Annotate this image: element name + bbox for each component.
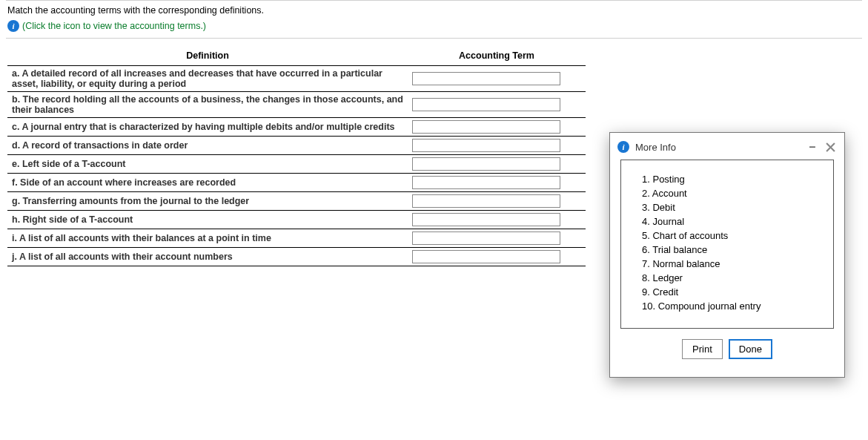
list-item: 1. Posting <box>642 172 812 186</box>
term-input-c[interactable] <box>412 120 560 134</box>
table-row: i. A list of all accounts with their bal… <box>7 229 586 248</box>
term-input-d[interactable] <box>412 139 560 152</box>
table-row: g. Transferring amounts from the journal… <box>7 192 586 211</box>
definition-cell: f. Side of an account where increases ar… <box>7 174 408 192</box>
terms-list: 1. Posting 2. Account 3. Debit 4. Journa… <box>642 172 812 266</box>
table-row: f. Side of an account where increases ar… <box>7 174 586 192</box>
matching-table: Definition Accounting Term a. A detailed… <box>7 47 586 266</box>
close-icon <box>826 142 835 152</box>
definition-cell: j. A list of all accounts with their acc… <box>7 248 408 266</box>
more-info-modal: i More Info – 1. Posting 2. Account 3. D… <box>609 132 845 266</box>
col-header-term: Accounting Term <box>408 47 586 66</box>
term-input-b[interactable] <box>412 98 560 111</box>
term-input-i[interactable] <box>412 232 560 245</box>
list-item: 6. Trial balance <box>642 243 812 257</box>
definition-cell: i. A list of all accounts with their bal… <box>7 229 408 248</box>
definition-cell: a. A detailed record of all increases an… <box>7 66 408 92</box>
term-input-e[interactable] <box>412 157 560 171</box>
list-item: 5. Chart of accounts <box>642 229 812 243</box>
table-row: j. A list of all accounts with their acc… <box>7 248 586 266</box>
definition-cell: g. Transferring amounts from the journal… <box>7 192 408 211</box>
definition-cell: e. Left side of a T-account <box>7 155 408 174</box>
term-input-g[interactable] <box>412 194 560 208</box>
term-input-h[interactable] <box>412 213 560 226</box>
list-item: 7. Normal balance <box>642 257 812 266</box>
definition-cell: d. A record of transactions in date orde… <box>7 137 408 155</box>
definition-cell: h. Right side of a T-account <box>7 211 408 229</box>
list-item: 3. Debit <box>642 200 812 214</box>
table-row: e. Left side of a T-account <box>7 155 586 174</box>
table-row: d. A record of transactions in date orde… <box>7 137 586 155</box>
definition-cell: b. The record holding all the accounts o… <box>7 92 408 118</box>
list-item: 4. Journal <box>642 214 812 229</box>
definition-cell: c. A journal entry that is characterized… <box>7 118 408 137</box>
table-row: a. A detailed record of all increases an… <box>7 66 586 92</box>
table-row: b. The record holding all the accounts o… <box>7 92 586 118</box>
col-header-definition: Definition <box>7 47 408 66</box>
term-input-j[interactable] <box>412 250 560 263</box>
info-icon[interactable]: i <box>7 20 19 32</box>
term-input-f[interactable] <box>412 176 560 189</box>
close-button[interactable] <box>824 140 837 154</box>
table-row: h. Right side of a T-account <box>7 211 586 229</box>
hint-text[interactable]: (Click the icon to view the accounting t… <box>22 21 206 31</box>
minimize-button[interactable]: – <box>806 140 819 154</box>
term-input-a[interactable] <box>412 72 560 85</box>
table-row: c. A journal entry that is characterized… <box>7 118 586 137</box>
instruction-text: Match the accounting terms with the corr… <box>7 5 861 16</box>
modal-title: More Info <box>635 142 801 153</box>
info-icon: i <box>617 141 629 153</box>
list-item: 2. Account <box>642 186 812 200</box>
